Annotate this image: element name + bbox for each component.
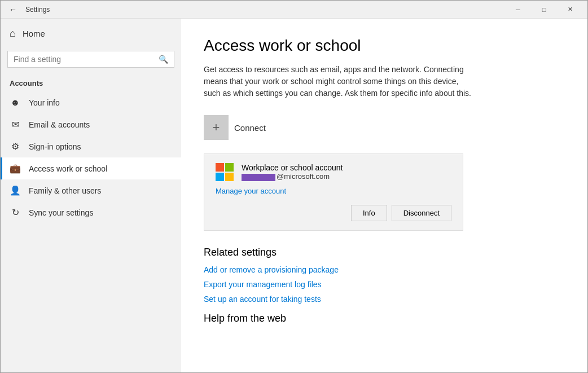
sidebar-item-email-accounts[interactable]: ✉ Email & accounts [1, 113, 181, 135]
content-area: ⌂ Home 🔍 Accounts ☻ Your info ✉ Email & … [1, 19, 587, 372]
minimize-button[interactable]: ─ [505, 1, 531, 19]
provisioning-package-link[interactable]: Add or remove a provisioning package [204, 265, 565, 274]
sidebar-item-access-work[interactable]: 💼 Access work or school [1, 157, 181, 179]
page-title: Access work or school [204, 37, 565, 55]
close-button[interactable]: ✕ [557, 1, 583, 19]
account-type: Workplace or school account [242, 163, 343, 172]
main-content: Access work or school Get access to reso… [181, 19, 587, 372]
info-button[interactable]: Info [351, 205, 387, 221]
sidebar: ⌂ Home 🔍 Accounts ☻ Your info ✉ Email & … [1, 19, 181, 372]
disconnect-button[interactable]: Disconnect [392, 205, 451, 221]
family-icon: 👤 [10, 185, 21, 196]
account-buttons: Info Disconnect [216, 205, 451, 221]
sidebar-item-label: Family & other users [29, 186, 101, 195]
sidebar-item-label: Your info [29, 98, 60, 107]
home-icon: ⌂ [10, 28, 16, 40]
sidebar-item-family-users[interactable]: 👤 Family & other users [1, 179, 181, 201]
sidebar-item-label: Sign-in options [29, 142, 81, 151]
maximize-button[interactable]: □ [531, 1, 557, 19]
sidebar-section-title: Accounts [1, 74, 181, 92]
account-email: @microsoft.com [242, 172, 343, 181]
sidebar-item-sync-settings[interactable]: ↻ Sync your settings [1, 201, 181, 223]
signin-icon: ⚙ [10, 141, 21, 152]
work-icon: 💼 [10, 163, 21, 174]
account-info: Workplace or school account @microsoft.c… [242, 163, 343, 181]
sidebar-item-your-info[interactable]: ☻ Your info [1, 92, 181, 113]
account-tests-link[interactable]: Set up an account for taking tests [204, 295, 565, 304]
search-icon[interactable]: 🔍 [153, 51, 174, 67]
manage-account-link[interactable]: Manage your account [216, 187, 286, 195]
sidebar-item-sign-in[interactable]: ⚙ Sign-in options [1, 135, 181, 157]
sidebar-home[interactable]: ⌂ Home [1, 19, 181, 49]
ms-logo-yellow [225, 173, 234, 181]
titlebar: ← Settings ─ □ ✕ [1, 1, 587, 19]
sidebar-item-label: Access work or school [29, 164, 107, 173]
account-card: Workplace or school account @microsoft.c… [204, 153, 463, 231]
back-button[interactable]: ← [5, 2, 21, 17]
microsoft-logo [216, 163, 234, 181]
ms-logo-red [216, 163, 224, 172]
sync-icon: ↻ [10, 207, 21, 218]
connect-plus-icon: + [204, 115, 229, 140]
related-settings-title: Related settings [204, 247, 565, 258]
account-card-top: Workplace or school account @microsoft.c… [216, 163, 451, 181]
connect-label: Connect [234, 123, 266, 133]
connect-button[interactable]: + Connect [204, 115, 266, 140]
home-label: Home [23, 29, 45, 38]
settings-window: ← Settings ─ □ ✕ ⌂ Home 🔍 Accounts ☻ You… [0, 0, 588, 373]
export-log-link[interactable]: Export your management log files [204, 280, 565, 289]
user-icon: ☻ [10, 98, 21, 108]
ms-logo-blue [216, 173, 224, 181]
account-email-redacted [242, 174, 275, 181]
sidebar-item-label: Sync your settings [29, 208, 93, 217]
email-icon: ✉ [10, 119, 21, 130]
search-input[interactable] [8, 51, 153, 67]
help-from-web-title: Help from the web [204, 313, 565, 324]
window-controls: ─ □ ✕ [505, 1, 583, 19]
titlebar-title: Settings [25, 6, 501, 14]
ms-logo-green [225, 163, 234, 172]
account-email-suffix: @microsoft.com [277, 172, 330, 181]
page-description: Get access to resources such as email, a… [204, 64, 475, 99]
sidebar-item-label: Email & accounts [29, 120, 90, 129]
search-box: 🔍 [7, 51, 174, 68]
